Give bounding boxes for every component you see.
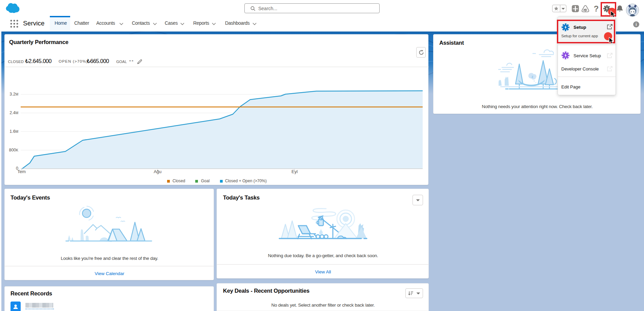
svg-text:Ağu: Ağu <box>154 169 161 174</box>
svg-text:2.4M: 2.4M <box>9 110 18 115</box>
svg-text:1.6M: 1.6M <box>9 129 18 134</box>
svg-text:?: ? <box>594 4 599 13</box>
svg-text:Eyl: Eyl <box>291 169 298 174</box>
svg-text:z: z <box>531 75 534 79</box>
svg-text:800K: 800K <box>9 148 18 152</box>
svg-text:3.2M: 3.2M <box>9 92 18 97</box>
svg-text:Tem: Tem <box>17 169 26 174</box>
